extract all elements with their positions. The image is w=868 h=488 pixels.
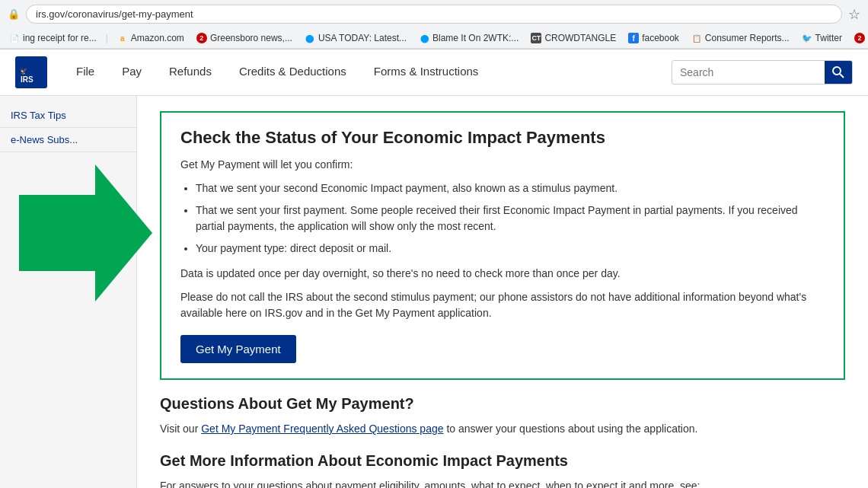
browser-chrome: 🔒 irs.gov/coronavirus/get-my-payment ☆ 📄…: [0, 0, 868, 49]
bookmark-label: Amazon.com: [131, 33, 184, 43]
nav-pay[interactable]: Pay: [108, 49, 155, 95]
svg-text:IRS: IRS: [21, 75, 34, 84]
svg-line-4: [840, 74, 844, 78]
amazon-icon: a: [117, 33, 128, 43]
bookmark-label: Consumer Reports...: [705, 33, 790, 43]
consumer-icon: 📋: [691, 33, 702, 43]
search-bar: [672, 60, 853, 85]
bookmark-label: CROWDTANGLE: [544, 33, 616, 43]
more-info-heading: Get More Information About Economic Impa…: [160, 452, 845, 470]
faq-heading: Questions About Get My Payment?: [160, 395, 845, 413]
irs-nav: 🦅 IRS File Pay Refunds Credits & Deducti…: [0, 49, 868, 95]
sidebar: IRS Tax Tips e-News Subs...: [0, 96, 137, 488]
bookmark-blame[interactable]: ⬤ Blame It On 2WTK:...: [416, 31, 522, 45]
bookmark-greensboro[interactable]: 2 Greensboro news,...: [193, 31, 295, 45]
news2-icon: 2: [854, 33, 865, 43]
bookmark-label: USA TODAY: Latest...: [318, 33, 407, 43]
star-icon[interactable]: ☆: [848, 6, 860, 23]
bookmark-usatoday[interactable]: ⬤ USA TODAY: Latest...: [302, 31, 410, 45]
page-layout: IRS Tax Tips e-News Subs... Check the St…: [0, 96, 868, 488]
status-box: Check the Status of Your Economic Impact…: [160, 111, 845, 380]
bookmark-label: Greensboro news,...: [210, 33, 292, 43]
bookmark-crowdtangle[interactable]: CT CROWDTANGLE: [528, 31, 619, 45]
sidebar-item-irs-tax-tips[interactable]: IRS Tax Tips: [0, 104, 136, 128]
data-note: Data is updated once per day overnight, …: [180, 266, 825, 282]
bookmark-label: facebook: [642, 33, 679, 43]
nav-links: File Pay Refunds Credits & Deductions Fo…: [62, 49, 672, 95]
bookmark-2[interactable]: 2 Need your unempl...: [851, 31, 868, 45]
bookmark-amazon[interactable]: a Amazon.com: [114, 31, 187, 45]
faq-text: Visit our Get My Payment Frequently Aske…: [160, 420, 845, 437]
status-intro: Get My Payment will let you confirm:: [180, 157, 825, 173]
faq-text-before: Visit our: [160, 423, 201, 435]
address-bar: 🔒 irs.gov/coronavirus/get-my-payment ☆: [0, 0, 868, 28]
bookmarks-bar: 📄 ing receipt for re... | a Amazon.com 2…: [0, 28, 868, 49]
blame-icon: ⬤: [419, 33, 429, 43]
bookmark-label: Blame It On 2WTK:...: [432, 33, 519, 43]
status-heading: Check the Status of Your Economic Impact…: [180, 128, 825, 148]
sep1: |: [106, 33, 108, 43]
bullet-2: That we sent your first payment. Some pe…: [196, 203, 825, 234]
irs-logo[interactable]: 🦅 IRS: [15, 56, 47, 88]
url-input[interactable]: irs.gov/coronavirus/get-my-payment: [26, 5, 842, 24]
nav-credits[interactable]: Credits & Deductions: [225, 49, 360, 95]
news-icon: 2: [196, 33, 207, 43]
faq-link[interactable]: Get My Payment Frequently Asked Question…: [201, 423, 443, 435]
crowdtangle-icon: CT: [531, 33, 541, 43]
sidebar-item-enews[interactable]: e-News Subs...: [0, 128, 136, 152]
bullet-3: Your payment type: direct deposit or mai…: [196, 241, 825, 257]
nav-refunds[interactable]: Refunds: [155, 49, 225, 95]
bullet-1: That we sent your second Economic Impact…: [196, 180, 825, 196]
irs-logo-icon: 🦅 IRS: [15, 56, 47, 88]
more-info-intro: For answers to your questions about paym…: [160, 477, 845, 488]
bookmark-favicon: 📄: [9, 33, 20, 43]
faq-section: Questions About Get My Payment? Visit ou…: [160, 395, 845, 437]
nav-forms[interactable]: Forms & Instructions: [360, 49, 493, 95]
usatoday-icon: ⬤: [305, 33, 315, 43]
bookmark-twitter[interactable]: 🐦 Twitter: [799, 31, 845, 45]
twitter-icon: 🐦: [802, 33, 812, 43]
bookmark-consumer[interactable]: 📋 Consumer Reports...: [688, 31, 793, 45]
more-info-section: Get More Information About Economic Impa…: [160, 452, 845, 488]
bookmark-label: Twitter: [815, 33, 842, 43]
get-payment-button[interactable]: Get My Payment: [180, 335, 296, 363]
nav-file[interactable]: File: [62, 49, 108, 95]
search-input[interactable]: [672, 62, 825, 83]
irs-header: 🦅 IRS File Pay Refunds Credits & Deducti…: [0, 49, 868, 96]
url-text: irs.gov/coronavirus/get-my-payment: [36, 8, 193, 20]
main-content: Check the Status of Your Economic Impact…: [137, 96, 868, 488]
svg-point-3: [833, 67, 841, 75]
search-icon: [832, 66, 844, 78]
bookmark-facebook[interactable]: f facebook: [625, 31, 682, 45]
irs-logo-svg: 🦅 IRS: [17, 58, 46, 87]
svg-text:🦅: 🦅: [20, 67, 27, 75]
facebook-icon: f: [628, 33, 639, 43]
status-bullets: That we sent your second Economic Impact…: [196, 180, 825, 257]
bookmark-label: ing receipt for re...: [23, 33, 97, 43]
phone-note: Please do not call the IRS about the sec…: [180, 289, 825, 321]
search-button[interactable]: [825, 61, 852, 84]
faq-text-after: to answer your questions about using the…: [444, 423, 698, 435]
lock-icon: 🔒: [8, 8, 20, 20]
bookmark-ing[interactable]: 📄 ing receipt for re...: [6, 31, 100, 45]
